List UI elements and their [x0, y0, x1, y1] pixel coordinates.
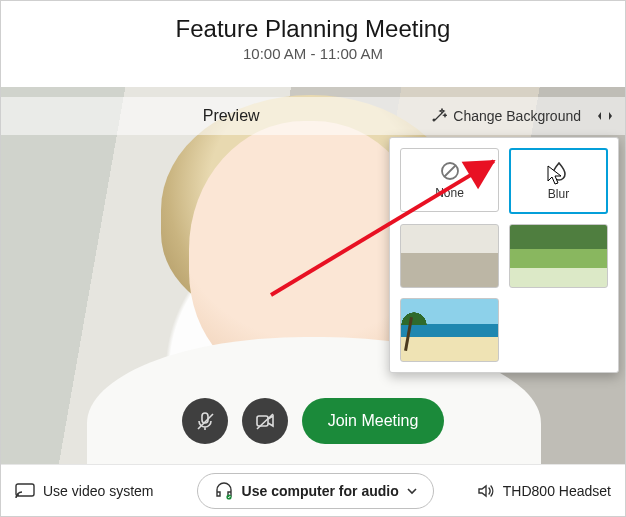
bg-option-none[interactable]: None	[400, 148, 499, 212]
palm-icon	[400, 305, 429, 325]
background-grid: None Blur	[400, 148, 608, 362]
meeting-controls: Join Meeting	[1, 398, 625, 444]
stop-video-button[interactable]	[242, 398, 288, 444]
svg-rect-6	[16, 484, 34, 496]
mirror-icon	[596, 108, 614, 124]
background-options-popover: None Blur	[389, 137, 619, 373]
mute-mic-button[interactable]	[182, 398, 228, 444]
speaker-icon	[477, 483, 495, 499]
use-video-system-label: Use video system	[43, 483, 153, 499]
bg-option-forest[interactable]	[509, 224, 608, 288]
headset-device-label: THD800 Headset	[503, 483, 611, 499]
bg-option-none-label: None	[435, 186, 464, 200]
audio-source-label: Use computer for audio	[242, 483, 399, 499]
audio-source-dropdown[interactable]: Use computer for audio	[197, 473, 434, 509]
mirror-toggle-button[interactable]	[591, 102, 619, 130]
mic-off-icon	[194, 410, 216, 432]
preview-label: Preview	[41, 107, 421, 125]
meeting-time-range: 10:00 AM - 11:00 AM	[1, 45, 625, 62]
change-background-label: Change Background	[453, 108, 581, 124]
headset-device-button[interactable]: THD800 Headset	[477, 483, 611, 499]
join-meeting-button[interactable]: Join Meeting	[302, 398, 445, 444]
join-meeting-label: Join Meeting	[328, 412, 419, 430]
bg-option-blur[interactable]: Blur	[509, 148, 608, 214]
video-off-icon	[254, 410, 276, 432]
preview-ribbon: Preview Change Background	[1, 97, 625, 135]
wand-icon	[431, 108, 447, 124]
bg-option-livingroom[interactable]	[400, 224, 499, 288]
svg-line-1	[444, 166, 455, 177]
headset-icon	[214, 482, 234, 500]
audio-footer: Use video system Use computer for audio …	[1, 464, 625, 516]
blur-drop-icon	[549, 161, 569, 183]
use-video-system-button[interactable]: Use video system	[15, 483, 153, 499]
chevron-down-icon	[407, 486, 417, 496]
cast-icon	[15, 483, 35, 499]
meeting-join-window: Feature Planning Meeting 10:00 AM - 11:0…	[0, 0, 626, 517]
bg-option-beach[interactable]	[400, 298, 499, 362]
change-background-button[interactable]: Change Background	[421, 97, 591, 135]
header: Feature Planning Meeting 10:00 AM - 11:0…	[1, 15, 625, 62]
bg-option-blur-label: Blur	[548, 187, 569, 201]
none-icon	[439, 160, 461, 182]
meeting-title: Feature Planning Meeting	[1, 15, 625, 43]
